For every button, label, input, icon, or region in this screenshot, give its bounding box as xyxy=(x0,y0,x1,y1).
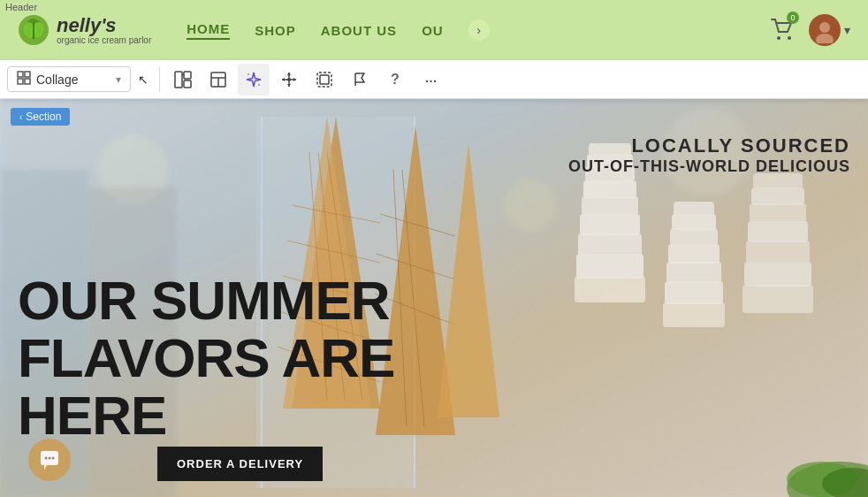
svg-point-8 xyxy=(816,34,834,43)
hero-side-text: LOCALLY SOURCED OUT-OF-THIS-WORLD DELICI… xyxy=(568,134,850,176)
svg-point-5 xyxy=(777,36,780,40)
nav-home[interactable]: HOME xyxy=(187,21,230,40)
svg-rect-65 xyxy=(746,241,810,264)
avatar-area[interactable]: ▾ xyxy=(809,14,850,46)
svg-rect-11 xyxy=(18,79,23,84)
avatar xyxy=(809,14,841,46)
toolbar: Collage ▾ ↖ + xyxy=(0,60,868,99)
logo-area: nelly's organic ice cream parlor xyxy=(18,14,151,46)
logo-text-block: nelly's organic ice cream parlor xyxy=(57,16,151,45)
svg-point-82 xyxy=(52,457,55,460)
main-content: ‹ Section LOCALLY SOURCED OUT-OF-THIS-WO… xyxy=(0,99,868,497)
cart-icon[interactable]: 0 xyxy=(770,16,795,44)
help-button[interactable]: ? xyxy=(379,64,411,96)
nav-about[interactable]: ABOUT US xyxy=(321,23,397,38)
svg-rect-59 xyxy=(668,244,720,264)
svg-rect-15 xyxy=(184,80,191,88)
avatar-chevron[interactable]: ▾ xyxy=(844,23,850,37)
svg-rect-24 xyxy=(320,75,329,84)
svg-rect-61 xyxy=(672,214,716,230)
toolbar-separator-1 xyxy=(159,67,160,92)
svg-rect-60 xyxy=(670,228,718,246)
svg-text:+: + xyxy=(181,71,186,79)
ai-button[interactable] xyxy=(238,64,270,96)
order-delivery-button[interactable]: ORDER A DELIVERY xyxy=(157,447,323,481)
svg-rect-68 xyxy=(751,187,804,205)
hero-headline: OUR SUMMER FLAVORS ARE HERE xyxy=(18,270,394,446)
collage-icon xyxy=(17,71,31,88)
svg-rect-51 xyxy=(582,196,638,216)
header-label: Header xyxy=(0,0,42,14)
svg-rect-9 xyxy=(18,72,23,77)
svg-rect-62 xyxy=(674,202,714,216)
flag-button[interactable] xyxy=(344,64,376,96)
svg-rect-49 xyxy=(578,233,642,256)
svg-rect-66 xyxy=(748,221,808,242)
svg-rect-57 xyxy=(665,281,723,304)
more-button[interactable]: ··· xyxy=(415,64,446,96)
svg-point-6 xyxy=(788,36,791,40)
svg-marker-79 xyxy=(44,465,47,470)
crop-button[interactable] xyxy=(308,64,340,96)
logo-icon xyxy=(18,14,49,46)
svg-point-81 xyxy=(49,457,51,460)
svg-point-80 xyxy=(45,457,48,460)
add-section-button[interactable]: + xyxy=(167,64,199,96)
header: Header nelly's organic ice cream parlor … xyxy=(0,0,868,60)
hero-side-line2: OUT-OF-THIS-WORLD DELICIOUS xyxy=(568,157,850,176)
collage-label: Collage xyxy=(36,73,110,87)
nav-more-button[interactable]: › xyxy=(468,19,490,41)
svg-rect-63 xyxy=(742,285,813,313)
collage-dropdown[interactable]: Collage ▾ xyxy=(7,66,131,92)
logo-sub: organic ice cream parlor xyxy=(57,35,151,45)
svg-rect-56 xyxy=(663,302,725,327)
move-button[interactable] xyxy=(273,64,305,96)
svg-rect-10 xyxy=(25,72,30,77)
svg-rect-58 xyxy=(666,262,721,283)
hero-main-text: OUR SUMMER FLAVORS ARE HERE xyxy=(18,271,442,444)
svg-rect-48 xyxy=(576,254,643,279)
svg-rect-12 xyxy=(25,79,30,84)
svg-point-21 xyxy=(258,84,260,86)
dropdown-arrow-icon: ▾ xyxy=(116,73,121,86)
svg-rect-67 xyxy=(750,203,806,223)
header-right: 0 ▾ xyxy=(770,14,850,46)
cursor-indicator: ↖ xyxy=(138,73,148,87)
chat-bubble-button[interactable] xyxy=(28,439,71,481)
logo-name: nelly's xyxy=(57,16,151,35)
svg-point-7 xyxy=(819,22,830,33)
svg-rect-64 xyxy=(744,262,811,287)
more-icon: ··· xyxy=(424,71,437,88)
svg-rect-52 xyxy=(583,180,636,198)
svg-point-20 xyxy=(247,73,249,75)
section-label: Section xyxy=(26,111,61,123)
main-nav: HOME SHOP ABOUT US OU › xyxy=(187,19,770,41)
nav-ou[interactable]: OU xyxy=(422,23,444,38)
section-chevron-icon: ‹ xyxy=(19,112,22,122)
layout-button[interactable] xyxy=(202,64,234,96)
help-icon: ? xyxy=(391,72,400,88)
svg-rect-50 xyxy=(580,214,640,235)
hero-side-line1: LOCALLY SOURCED xyxy=(568,134,850,157)
cart-badge: 0 xyxy=(787,11,799,24)
section-badge[interactable]: ‹ Section xyxy=(11,108,70,126)
svg-point-72 xyxy=(504,179,557,232)
chat-icon xyxy=(40,450,59,470)
svg-rect-47 xyxy=(575,276,645,302)
nav-shop[interactable]: SHOP xyxy=(255,23,296,38)
svg-point-22 xyxy=(287,78,291,81)
